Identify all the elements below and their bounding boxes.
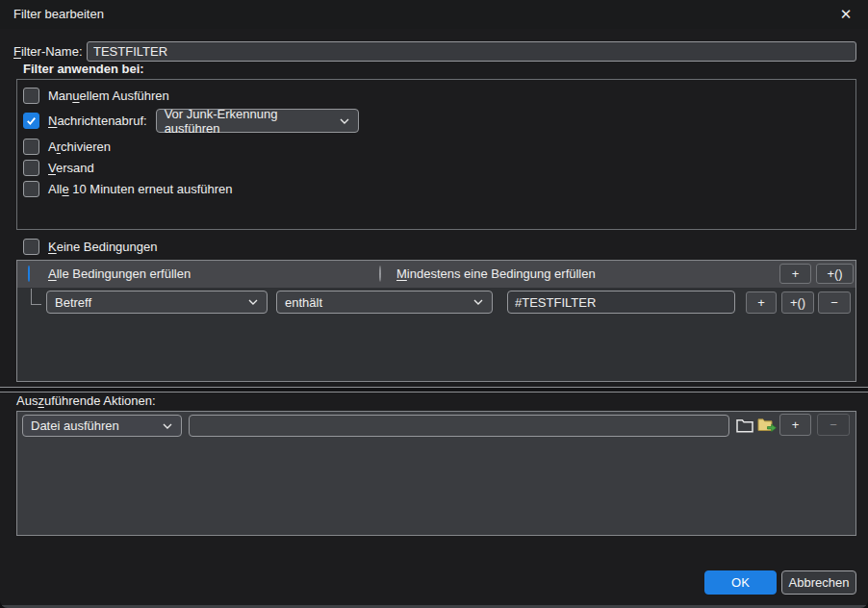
manual-run-row[interactable]: Manuellem Ausführen — [23, 88, 169, 104]
window-title: Filter bearbeiten — [13, 0, 104, 29]
archive-checkbox[interactable] — [23, 139, 39, 155]
no-conditions-row[interactable]: Keine Bedingungen — [23, 239, 158, 255]
condition-op-select[interactable]: enthält — [276, 291, 493, 314]
periodic-label[interactable]: Alle 10 Minuten erneut ausführen — [48, 182, 233, 196]
titlebar[interactable]: Filter bearbeiten ✕ — [0, 0, 868, 29]
splitter[interactable] — [0, 387, 868, 393]
chevron-down-icon — [339, 115, 350, 127]
conditions-add-button[interactable]: + — [779, 264, 811, 284]
check-icon — [26, 115, 37, 126]
no-conditions-label[interactable]: Keine Bedingungen — [48, 240, 158, 254]
close-icon: ✕ — [840, 6, 853, 23]
retrieval-timing-select[interactable]: Vor Junk-Erkennung ausführen — [156, 109, 359, 133]
file-picker-open-button[interactable] — [756, 415, 778, 436]
retrieval-checkbox[interactable] — [23, 113, 39, 129]
send-label[interactable]: Versand — [48, 161, 94, 175]
periodic-checkbox[interactable] — [23, 181, 39, 197]
action-add-button[interactable]: + — [779, 414, 811, 436]
folder-icon — [736, 418, 753, 433]
actions-label: Auszuführende Aktionen: — [16, 393, 156, 409]
match-any-label[interactable]: Mindestens eine Bedingung erfüllen — [396, 266, 596, 282]
filter-name-input[interactable] — [87, 41, 856, 62]
action-value-input[interactable] — [189, 415, 729, 437]
archive-row[interactable]: Archivieren — [23, 139, 111, 155]
manual-run-label[interactable]: Manuellem Ausführen — [48, 89, 169, 103]
match-all-radio[interactable] — [28, 266, 30, 282]
cancel-button[interactable]: Abbrechen — [781, 570, 856, 595]
send-checkbox[interactable] — [23, 160, 39, 176]
match-all-label[interactable]: Alle Bedingungen erfüllen — [48, 266, 191, 282]
no-conditions-checkbox[interactable] — [23, 239, 39, 255]
close-button[interactable]: ✕ — [824, 0, 868, 29]
action-type-select[interactable]: Datei ausführen — [22, 415, 182, 437]
retrieval-label[interactable]: Nachrichtenabruf: — [48, 114, 147, 128]
chevron-down-icon — [247, 296, 259, 308]
file-picker-button[interactable] — [734, 415, 755, 436]
match-any-radio[interactable] — [379, 266, 381, 282]
tree-connector-icon — [31, 289, 41, 305]
archive-label[interactable]: Archivieren — [48, 139, 111, 154]
conditions-add-group-button[interactable]: +() — [816, 264, 854, 284]
condition-row-remove-button[interactable]: − — [818, 291, 851, 314]
condition-row-add-group-button[interactable]: +() — [781, 291, 814, 314]
apply-when-legend: Filter anwenden bei: — [23, 61, 144, 77]
condition-row-add-button[interactable]: + — [746, 291, 777, 314]
filter-edit-dialog: Filter bearbeiten ✕ Filter-Name: Filter … — [0, 0, 868, 608]
manual-run-checkbox[interactable] — [23, 88, 39, 104]
folder-go-icon — [757, 418, 777, 433]
condition-value-input[interactable] — [507, 291, 735, 314]
chevron-down-icon — [472, 296, 484, 308]
action-remove-button[interactable]: − — [817, 414, 850, 436]
condition-field-select[interactable]: Betreff — [46, 291, 268, 314]
filter-name-label: Filter-Name: — [13, 44, 83, 60]
retrieval-row[interactable]: Nachrichtenabruf: Vor Junk-Erkennung aus… — [23, 110, 359, 132]
chevron-down-icon — [162, 420, 173, 432]
send-row[interactable]: Versand — [23, 160, 94, 176]
ok-button[interactable]: OK — [704, 570, 777, 595]
periodic-row[interactable]: Alle 10 Minuten erneut ausführen — [23, 181, 233, 197]
